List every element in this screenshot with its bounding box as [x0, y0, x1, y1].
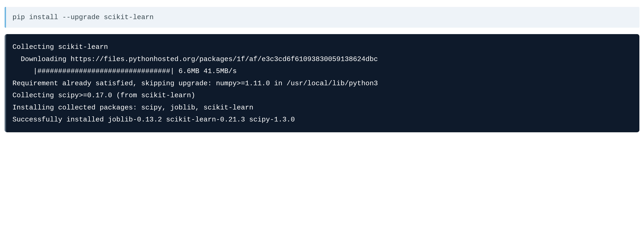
command-text: pip install --upgrade scikit-learn [12, 12, 633, 22]
terminal-output-cell: Collecting scikit-learn Downloading http… [4, 34, 640, 132]
output-line: Installing collected packages: scipy, jo… [12, 102, 633, 114]
output-line: Successfully installed joblib-0.13.2 sci… [12, 114, 633, 126]
output-line: |################################| 6.6MB… [12, 65, 633, 77]
code-input-cell[interactable]: pip install --upgrade scikit-learn [4, 7, 640, 28]
output-line: Downloading https://files.pythonhosted.o… [12, 53, 633, 65]
output-line: Requirement already satisfied, skipping … [12, 77, 633, 90]
output-line: Collecting scipy>=0.17.0 (from scikit-le… [12, 89, 633, 102]
output-line: Collecting scikit-learn [12, 41, 633, 53]
